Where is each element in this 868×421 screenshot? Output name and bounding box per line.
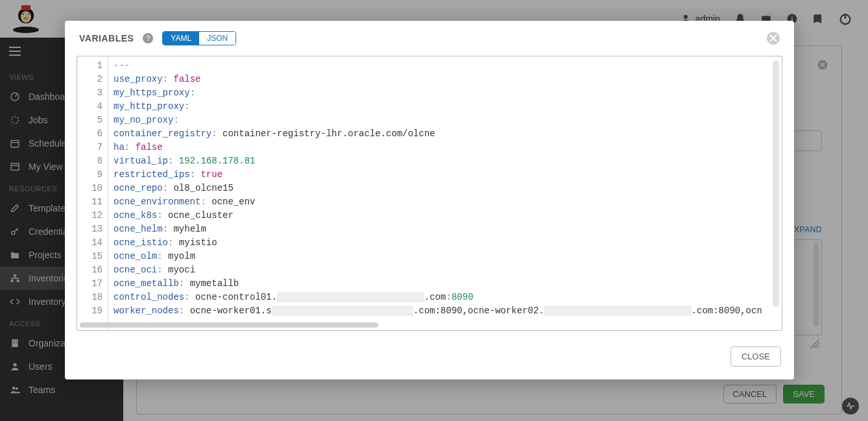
close-button[interactable]: CLOSE	[730, 346, 781, 367]
code-content[interactable]: --- use_proxy: false my_https_proxy: my_…	[108, 56, 782, 330]
modal-close-button[interactable]	[767, 32, 780, 45]
modal-title: VARIABLES	[79, 33, 134, 43]
modal-footer: CLOSE	[65, 331, 794, 379]
editor-hscrollbar[interactable]	[80, 322, 378, 328]
line-gutter: 1 2 3 4 5 6 7 8 9 10 11 12 13 14 15 16 1…	[77, 56, 108, 330]
help-icon[interactable]: ?	[143, 33, 153, 43]
code-editor[interactable]: 1 2 3 4 5 6 7 8 9 10 11 12 13 14 15 16 1…	[77, 56, 782, 331]
format-toggle: YAML JSON	[162, 31, 236, 45]
editor-vscrollbar[interactable]	[773, 60, 779, 307]
toggle-yaml[interactable]: YAML	[163, 32, 199, 45]
variables-modal: VARIABLES ? YAML JSON 1 2 3 4 5 6 7 8 9 …	[65, 21, 794, 379]
modal-header: VARIABLES ? YAML JSON	[65, 21, 794, 52]
toggle-json[interactable]: JSON	[199, 32, 235, 45]
